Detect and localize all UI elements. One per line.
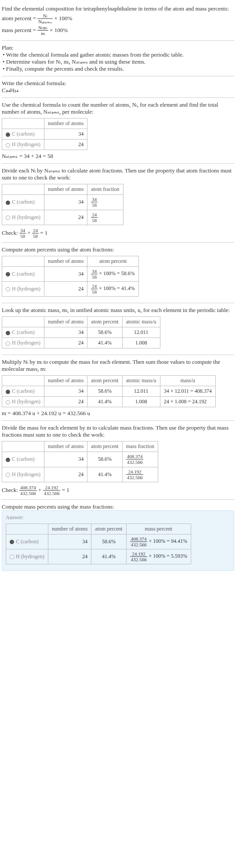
mass-percent-formula: mass percent = Nᵢmᵢ m × 100% (2, 25, 234, 36)
table-row: C (carbon) 34 (2, 129, 87, 140)
element-label: C (carbon) (12, 271, 35, 277)
carbon-dot-icon (6, 458, 10, 462)
percent-cell: 3458 × 100% = 58.6% (87, 266, 139, 281)
table-row: H (hydrogen) 24 (2, 140, 87, 150)
mass-value: 1.008 (122, 338, 160, 348)
th-atoms: number of atoms (44, 376, 87, 386)
frac-num: 408.374 (19, 485, 37, 491)
th-atoms: number of atoms (44, 118, 87, 129)
mass-sum: m = 408.374 u + 24.192 u = 432.566 u (2, 410, 234, 417)
plan-bullet-2: • Determine values for Nᵢ, mᵢ, Nₐₜₒₘₛ an… (3, 58, 234, 65)
th-percent: atom percent (87, 441, 122, 452)
frac-num: 24.192 (126, 469, 144, 475)
table-row: H (hydrogen) 24 41.4% 1.008 24 × 1.008 =… (2, 397, 216, 407)
step7-text: Divide the mass for each element by m to… (2, 424, 234, 438)
fraction-cell: 408.374432.566 (122, 452, 158, 467)
frac-num: 408.374 (126, 454, 144, 459)
check-frac-1: 3458 (19, 228, 26, 239)
element-label: H (hydrogen) (12, 214, 40, 220)
table-row: H (hydrogen) 24 41.4% 24.192432.566 × 10… (6, 549, 191, 564)
element-label: H (hydrogen) (12, 340, 40, 346)
check-label: Check: (2, 486, 18, 493)
mass-percent-cell: 408.374432.566 × 100% = 94.41% (126, 534, 191, 549)
table-row: C (carbon) 34 58.6% 12.011 (2, 327, 160, 338)
table-header-row: number of atoms atom percent (2, 256, 139, 266)
frac-den: 432.566 (126, 459, 144, 465)
step6-text: Multiply Nᵢ by mᵢ to compute the mass fo… (2, 359, 234, 373)
percent-value: 58.6% (91, 534, 126, 549)
percent-value: × 100% = 41.4% (99, 285, 135, 291)
frac-den: 58 (91, 202, 98, 208)
frac-num: 24.192 (130, 551, 148, 557)
element-cell: C (carbon) (2, 327, 44, 338)
th-blank (2, 118, 44, 129)
step3-section: Divide each Nᵢ by Nₐₜₒₘₛ to calculate at… (2, 164, 234, 243)
atom-count: 34 (44, 195, 87, 210)
element-cell: C (carbon) (2, 386, 44, 397)
mass-calc: 24 × 1.008 = 24.192 (160, 397, 215, 407)
frac-den: 432.566 (130, 542, 148, 547)
table-row: C (carbon) 34 58.6% 408.374432.566 (2, 452, 158, 467)
amass-value: 12.011 (122, 386, 160, 397)
step1-title: Write the chemical formula: (2, 80, 234, 87)
atom-count: 24 (44, 338, 87, 348)
th-percent: atom percent (91, 524, 126, 534)
frac-num: 24.192 (43, 485, 61, 491)
natoms-sum: Nₐₜₒₘₛ = 34 + 24 = 58 (2, 153, 234, 160)
atomic-mass-table: number of atoms atom percent atomic mass… (2, 316, 160, 348)
percent-value: 41.4% (87, 397, 122, 407)
atom-count: 34 (44, 386, 87, 397)
frac-num: 34 (91, 269, 98, 274)
th-mass-percent: mass percent (126, 524, 191, 534)
check-result: = 1 (40, 229, 47, 236)
mass-percent-value: × 100% = 94.41% (149, 538, 187, 544)
percent-value: 58.6% (87, 327, 122, 338)
atom-count: 24 (44, 397, 87, 407)
atom-count: 24 (44, 282, 87, 297)
table-header-row: number of atoms atom fraction (2, 184, 123, 195)
hydrogen-dot-icon (10, 555, 14, 559)
carbon-dot-icon (6, 331, 10, 335)
element-label: H (hydrogen) (12, 286, 40, 292)
element-label: H (hydrogen) (12, 471, 40, 477)
th-atoms: number of atoms (44, 184, 87, 195)
frac-den: 432.566 (130, 557, 148, 562)
element-cell: C (carbon) (6, 534, 48, 549)
atom-count: 24 (44, 467, 87, 482)
plan-bullet-3: • Finally, compute the percents and chec… (3, 65, 234, 72)
hydrogen-dot-icon (6, 473, 10, 477)
carbon-dot-icon (6, 272, 10, 276)
element-label: H (hydrogen) (16, 553, 44, 560)
frac-den: 58 (19, 233, 26, 239)
element-label: H (hydrogen) (12, 398, 40, 405)
step5-text: Look up the atomic mass, mᵢ, in unified … (2, 307, 234, 314)
atom-count: 24 (48, 549, 91, 564)
th-percent: atom percent (87, 376, 122, 386)
percent-cell: 2458 × 100% = 41.4% (87, 282, 139, 297)
mass-percent-cell: 24.192432.566 × 100% = 5.593% (126, 549, 191, 564)
step5-section: Look up the atomic mass, mᵢ, in unified … (2, 303, 234, 355)
table-row: H (hydrogen) 24 2458 (2, 210, 123, 225)
step6-section: Multiply Nᵢ by mᵢ to compute the mass fo… (2, 355, 234, 421)
table-row: C (carbon) 34 58.6% 408.374432.566 × 100… (6, 534, 191, 549)
frac-num: Nᵢ (37, 13, 53, 19)
check-frac-1: 408.374432.566 (19, 485, 37, 496)
th-amass: atomic mass/u (122, 376, 160, 386)
frac-num: Nᵢmᵢ (37, 25, 48, 31)
hydrogen-dot-icon (6, 341, 10, 346)
atom-count: 34 (48, 534, 91, 549)
percent-value: 58.6% (87, 386, 122, 397)
atom-count: 34 (44, 327, 87, 338)
percent-value: 41.4% (87, 338, 122, 348)
th-mass: atomic mass/u (122, 317, 160, 327)
carbon-dot-icon (6, 133, 10, 137)
th-atoms: number of atoms (44, 441, 87, 452)
th-atoms: number of atoms (48, 524, 91, 534)
frac-num: 408.374 (130, 536, 148, 542)
mass-calc: 34 × 12.011 = 408.374 (160, 386, 215, 397)
mass-value: 12.011 (122, 327, 160, 338)
frac-den: Nₐₜₒₘₛ (37, 19, 53, 24)
element-cell: H (hydrogen) (2, 210, 44, 225)
th-blank (2, 184, 44, 195)
plus-sign: + (38, 486, 43, 493)
